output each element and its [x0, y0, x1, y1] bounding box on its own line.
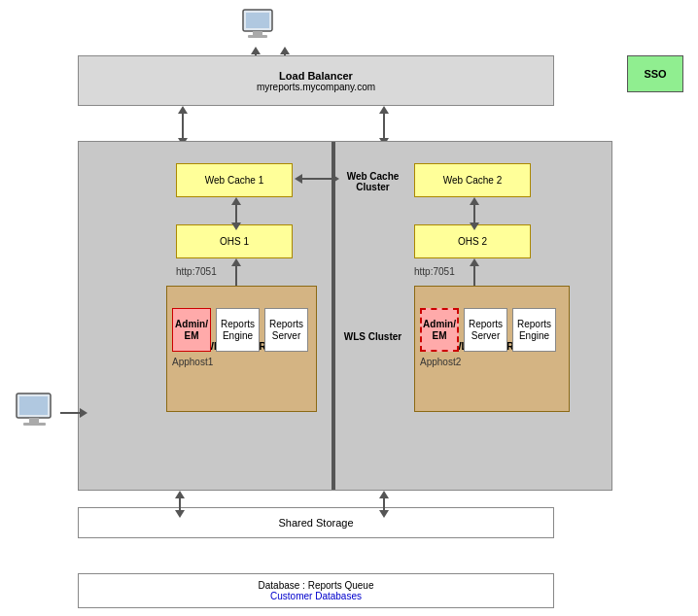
arrow-main-storage: [175, 491, 185, 518]
svg-rect-6: [29, 418, 39, 423]
admin-em-2-box: Admin/ EM: [420, 308, 459, 352]
http-port-1-label: http:7051: [176, 266, 217, 277]
reports-engine-2-box: Reports Engine: [512, 308, 556, 352]
shared-storage-label: Shared Storage: [278, 517, 353, 529]
web-cache-cluster-label: Web Cache Cluster: [336, 171, 409, 192]
database-line1: Database : Reports Queue: [259, 580, 374, 591]
svg-rect-7: [23, 423, 46, 426]
load-balancer-url: myreports.mycompany.com: [257, 82, 375, 92]
apphost1-label: Apphost1: [172, 357, 213, 367]
shared-storage-box: Shared Storage: [78, 507, 554, 538]
arrow-wc1-ohs1: [231, 197, 241, 230]
web-cache-2-box: Web Cache 2: [414, 163, 531, 197]
reports-server-2-box: Reports Server: [464, 308, 507, 352]
computer-admin: [12, 389, 60, 439]
sso-box: SSO: [627, 55, 683, 92]
wls-reports1-box: WLS_REPORTS1 Admin/ EM Reports Server Re…: [414, 286, 570, 412]
web-cache-1-box: Web Cache 1: [176, 163, 293, 197]
arrow-lb-down-left: [178, 106, 188, 146]
arrow-wc-left: [295, 174, 339, 184]
apphost2-label: Apphost2: [420, 357, 461, 367]
svg-rect-5: [19, 396, 48, 415]
svg-rect-2: [253, 31, 262, 35]
architecture-diagram: Load Balancer myreports.mycompany.com SS…: [0, 0, 698, 616]
load-balancer-box: Load Balancer myreports.mycompany.com: [78, 55, 554, 106]
arrow-admin-right: [60, 408, 87, 418]
wls-cluster-label: WLS Cluster: [336, 331, 409, 342]
admin-em-1-box: Admin/ EM: [172, 308, 211, 352]
arrow-main-storage2: [379, 491, 389, 518]
svg-rect-1: [246, 13, 269, 28]
sso-label: SSO: [644, 68, 666, 80]
http-port-2-label: http:7051: [414, 266, 455, 277]
database-line2: Customer Databases: [270, 591, 362, 601]
database-box: Database : Reports Queue Customer Databa…: [78, 573, 554, 608]
reports-server-1-box: Reports Server: [264, 308, 308, 352]
computer-top: [238, 5, 277, 51]
svg-rect-3: [248, 35, 267, 38]
main-outer-box: Web Cache Cluster Web Cache 1 Web Cache …: [78, 141, 612, 491]
cluster-divider: [332, 142, 335, 490]
arrow-lb-down-right: [379, 106, 389, 146]
arrow-wc2-ohs2: [470, 197, 479, 230]
reports-engine-1-box: Reports Engine: [216, 308, 260, 352]
wls-reports-box: WLS_REPORTS Admin/ EM Reports Engine Rep…: [166, 286, 317, 412]
load-balancer-label: Load Balancer: [279, 70, 353, 82]
